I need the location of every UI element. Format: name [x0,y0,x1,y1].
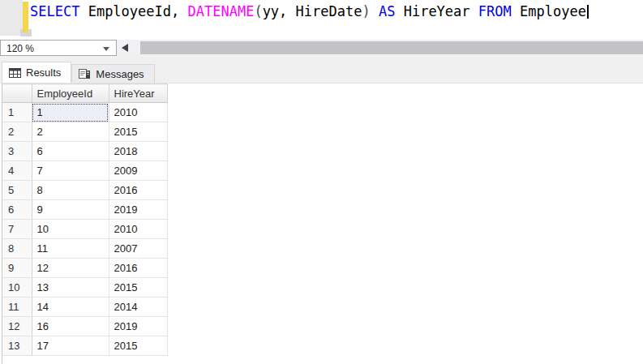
table-row: 13172015 [2,336,167,356]
sql-token-keyword: FROM [478,3,512,19]
chevron-down-icon[interactable] [103,47,109,51]
modified-line-indicator [23,2,28,32]
row-header[interactable]: 6 [2,200,32,220]
row-header[interactable]: 4 [2,161,32,181]
sql-editor[interactable]: SELECT EmployeeId, DATENAME(yy, HireDate… [0,0,643,38]
table-row: 112010 [2,103,167,122]
grid-cell[interactable]: 7 [32,161,109,181]
hscrollbar-track[interactable] [132,40,643,56]
table-row: 9122016 [2,259,167,278]
sql-token-plain: yy, HireDate [263,3,362,19]
results-grid: EmployeeIdHireYear1120102220153620184720… [2,84,168,356]
grid-cell[interactable]: 2015 [109,122,167,142]
tab-results-label: Results [26,66,61,79]
editor-gutter [0,0,23,36]
grid-cell[interactable]: 10 [32,220,109,239]
table-row: 12162019 [2,317,167,336]
tab-messages-label: Messages [96,68,144,80]
results-panel: EmployeeIdHireYear1120102220153620184720… [2,84,643,364]
sql-token-paren: ) [362,3,370,19]
table-row: 472009 [2,161,167,181]
grid-cell[interactable]: 16 [32,317,109,336]
table-row: 362018 [2,142,167,161]
sql-token-plain: HireYear [395,3,478,19]
editor-hscrollbar-row: 120 % [0,40,643,56]
grid-cell[interactable]: 1 [32,103,109,122]
tab-messages[interactable]: Messages [71,64,154,83]
grid-cell[interactable]: 2007 [109,239,167,259]
row-header[interactable]: 3 [2,142,32,161]
hscrollbar-thumb[interactable] [140,41,643,54]
sql-token-keyword: AS [379,3,395,19]
grid-cell[interactable]: 14 [32,298,109,317]
table-row: 222015 [2,122,167,142]
sql-token-plain [371,3,379,19]
grid-cell[interactable]: 11 [32,239,109,259]
grid-cell[interactable]: 2019 [109,200,167,220]
table-row: 10132015 [2,278,167,298]
row-header[interactable]: 13 [2,336,32,356]
row-header[interactable]: 1 [2,103,32,122]
grid-cell[interactable]: 17 [32,336,109,356]
table-row: 7102010 [2,220,167,239]
grid-cell[interactable]: 2010 [109,103,167,122]
editor-zoom-value: 120 % [6,43,34,54]
scroll-left-arrow-icon[interactable] [122,44,128,52]
results-tabstrip: Results Messages [0,56,643,84]
grid-cell[interactable]: 2014 [109,298,167,317]
grid-corner-cell[interactable] [2,84,32,103]
row-header[interactable]: 5 [2,181,32,200]
sql-token-plain: Employee [512,3,586,19]
sql-token-keyword: SELECT [30,3,79,19]
grid-cell[interactable]: 2019 [109,317,167,336]
table-row: 582016 [2,181,167,200]
row-header[interactable]: 9 [2,259,32,278]
grid-cell[interactable]: 2010 [109,220,167,239]
grid-cell[interactable]: 2009 [109,161,167,181]
grid-cell[interactable]: 2016 [109,181,167,200]
row-header[interactable]: 2 [2,122,32,142]
tab-results[interactable]: Results [2,62,71,83]
grid-cell[interactable]: 6 [32,142,109,161]
row-header[interactable]: 11 [2,298,32,317]
row-header[interactable]: 8 [2,239,32,259]
row-header[interactable]: 12 [2,317,32,336]
messages-icon [79,68,91,79]
grid-cell[interactable]: 8 [32,181,109,200]
grid-cell[interactable]: 12 [32,259,109,278]
row-header[interactable]: 10 [2,278,32,298]
sql-token-paren: ( [254,3,262,19]
grid-cell[interactable]: 2018 [109,142,167,161]
text-caret [587,5,589,19]
sql-query-line[interactable]: SELECT EmployeeId, DATENAME(yy, HireDate… [30,2,589,20]
grid-cell[interactable]: 2016 [109,259,167,278]
table-row: 692019 [2,200,167,220]
editor-zoom-dropdown[interactable]: 120 % [0,40,117,56]
table-row: 11142014 [2,298,167,317]
grid-cell[interactable]: 2015 [109,278,167,298]
row-header[interactable]: 7 [2,220,32,239]
grid-cell[interactable]: 2 [32,122,109,142]
ssms-query-window: SELECT EmployeeId, DATENAME(yy, HireDate… [0,0,643,364]
grid-cell[interactable]: 9 [32,200,109,220]
grid-cell[interactable]: 13 [32,278,109,298]
results-grid-icon [9,68,21,78]
table-row: 8112007 [2,239,167,259]
column-header-employeeid[interactable]: EmployeeId [32,84,109,103]
grid-cell[interactable]: 2015 [109,336,167,356]
sql-token-function: DATENAME [187,3,254,19]
column-header-hireyear[interactable]: HireYear [109,84,167,103]
sql-token-plain: EmployeeId, [79,3,187,19]
